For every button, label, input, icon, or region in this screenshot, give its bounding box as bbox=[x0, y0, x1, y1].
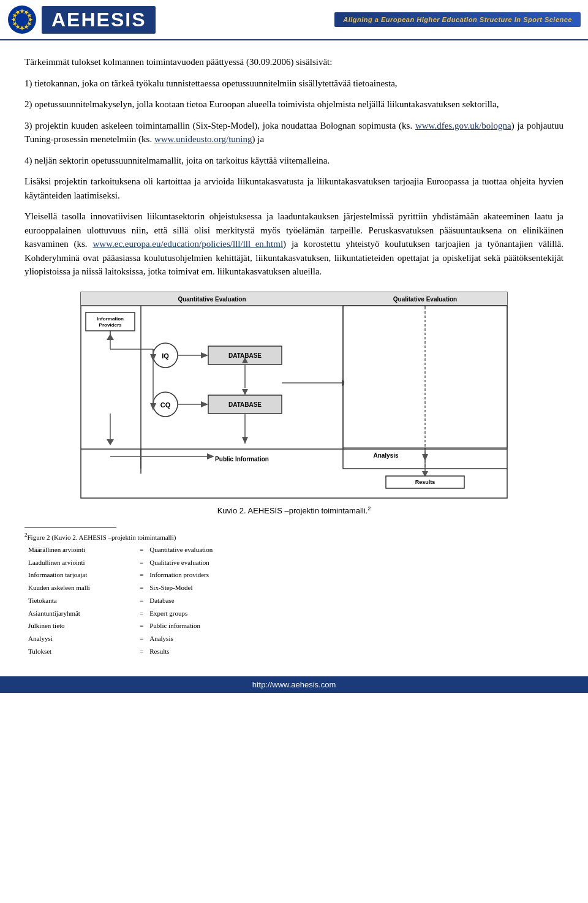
cq-label: CQ bbox=[160, 401, 171, 409]
page-header: AEHESIS Aligning a European Higher Educa… bbox=[0, 0, 588, 40]
list-item4-para: 4) neljän sektorin opetussuunnitelmamall… bbox=[24, 154, 564, 168]
ec-europa-link[interactable]: www.ec.europa.eu/education/policies/lll/… bbox=[92, 239, 283, 249]
results-text: Results bbox=[415, 479, 435, 485]
footnote-finnish: Tulokset bbox=[26, 646, 136, 657]
page-footer: http://www.aehesis.com bbox=[0, 676, 588, 693]
footnote-english: Information providers bbox=[147, 569, 215, 581]
eu-stars-icon bbox=[7, 5, 37, 34]
footnote-separator: = bbox=[137, 557, 146, 569]
intro-paragraph: Tärkeimmät tulokset kolmannen toimintavu… bbox=[24, 55, 564, 69]
diagram-container: Quantitative Evaluation Qualitative Eval… bbox=[24, 291, 564, 515]
footnote-separator: = bbox=[137, 595, 146, 606]
footnote-finnish: Laadullinen arviointi bbox=[26, 557, 136, 569]
footnote-row: Tulokset = Results bbox=[26, 646, 215, 657]
footnote-english: Quantitative evaluation bbox=[147, 544, 215, 556]
qualitative-header: Qualitative Evaluation bbox=[393, 296, 457, 303]
list-item4: neljän sektorin opetussuunnitelmamallit,… bbox=[34, 156, 330, 165]
public-info-text: Public Information bbox=[215, 456, 269, 463]
footnote-english: Results bbox=[147, 646, 215, 657]
para3: Yleisellä tasolla innovatiivisen liikunt… bbox=[24, 210, 564, 279]
dfes-link[interactable]: www.dfes.gov.uk/bologna bbox=[415, 121, 511, 130]
footnote-english: Public information bbox=[147, 620, 215, 632]
footnote-table: Määrällinen arviointi = Quantitative eva… bbox=[24, 543, 216, 658]
list-numbering-3: 3) bbox=[24, 121, 35, 130]
footnote-finnish: Julkinen tieto bbox=[26, 620, 136, 632]
diagram-caption: Kuvio 2. AEHESIS –projektin toimintamall… bbox=[217, 505, 371, 515]
footnote-row: Analyysi = Analysis bbox=[26, 633, 215, 644]
footnote-finnish: Tietokanta bbox=[26, 595, 136, 606]
unideusto-link[interactable]: www.unideusto.org/tuning bbox=[154, 134, 252, 144]
caption-sup: 2 bbox=[368, 505, 371, 512]
footnote-separator: = bbox=[137, 646, 146, 657]
svg-rect-19 bbox=[86, 312, 135, 331]
diagram-svg-area: Quantitative Evaluation Qualitative Eval… bbox=[80, 291, 508, 499]
footnote-row: Julkinen tieto = Public information bbox=[26, 620, 215, 632]
footnote-separator: = bbox=[137, 633, 146, 644]
footnote-separator: = bbox=[137, 569, 146, 581]
info-providers-label2: Providers bbox=[99, 322, 122, 328]
diagram-svg: Quantitative Evaluation Qualitative Eval… bbox=[80, 291, 508, 499]
database2-label: DATABASE bbox=[228, 401, 262, 408]
footnote-english: Six-Step-Model bbox=[147, 582, 215, 594]
footnote-separator: = bbox=[137, 582, 146, 594]
header-tagline: Aligning a European Higher Education Str… bbox=[334, 12, 581, 27]
aehesis-logo: AEHESIS bbox=[42, 6, 156, 34]
footnote-row: Kuuden askeleen malli = Six-Step-Model bbox=[26, 582, 215, 594]
footnote-separator: = bbox=[137, 620, 146, 632]
footnote-row: Määrällinen arviointi = Quantitative eva… bbox=[26, 544, 215, 556]
list-numbering: 1) bbox=[24, 78, 34, 88]
footnote-finnish: Analyysi bbox=[26, 633, 136, 644]
quantitative-header: Quantitative Evaluation bbox=[178, 296, 246, 303]
iq-label: IQ bbox=[162, 352, 169, 360]
list-intro: 1) tietokannan, joka on tärkeä työkalu t… bbox=[24, 77, 564, 91]
list-item1: tietokannan, joka on tärkeä työkalu tunn… bbox=[34, 78, 397, 88]
list-numbering-2: 2) bbox=[24, 99, 34, 109]
footnote-finnish: Informaation tarjoajat bbox=[26, 569, 136, 581]
footnote-english: Analysis bbox=[147, 633, 215, 644]
footnote-english: Database bbox=[147, 595, 215, 606]
footnote-english: Expert groups bbox=[147, 608, 215, 619]
list-item3-para: 3) projektin kuuden askeleen toimintamal… bbox=[24, 119, 564, 146]
footnote-title: Figure 2 (Kuvio 2. AEHESIS –projektin to… bbox=[28, 533, 176, 540]
footnote-row: Informaation tarjoajat = Information pro… bbox=[26, 569, 215, 581]
list-item2-para: 2) opetussuunnitelmakyselyn, jolla koota… bbox=[24, 97, 564, 111]
para2: Lisäksi projektin tarkoituksena oli kart… bbox=[24, 175, 564, 202]
footnote-finnish: Asiantuntijaryhmät bbox=[26, 608, 136, 619]
list-item3-suffix: ) ja bbox=[252, 134, 265, 144]
list-item3-prefix: projektin kuuden askeleen toimintamallin… bbox=[35, 121, 415, 130]
analysis-text: Analysis bbox=[373, 452, 399, 459]
footer-link[interactable]: http://www.aehesis.com bbox=[252, 680, 336, 689]
footnote-row: Laadullinen arviointi = Qualitative eval… bbox=[26, 557, 215, 569]
info-providers-label: Information bbox=[97, 316, 124, 322]
logo-area: AEHESIS bbox=[7, 5, 156, 34]
footnote-english: Qualitative evaluation bbox=[147, 557, 215, 569]
list-item2: opetussuunnitelmakyselyn, jolla kootaan … bbox=[34, 99, 499, 109]
caption-text: Kuvio 2. AEHESIS –projektin toimintamall… bbox=[217, 506, 368, 515]
footnote-separator: = bbox=[137, 544, 146, 556]
footnote-finnish: Määrällinen arviointi bbox=[26, 544, 136, 556]
footnote-finnish: Kuuden askeleen malli bbox=[26, 582, 136, 594]
list-numbering-4: 4) bbox=[24, 156, 34, 165]
footnote-row: Tietokanta = Database bbox=[26, 595, 215, 606]
main-content: Tärkeimmät tulokset kolmannen toimintavu… bbox=[0, 40, 588, 670]
footnote-row: Asiantuntijaryhmät = Expert groups bbox=[26, 608, 215, 619]
footnote-section: 2Figure 2 (Kuvio 2. AEHESIS –projektin t… bbox=[24, 531, 564, 543]
footnote-divider bbox=[24, 527, 116, 528]
footnote-separator: = bbox=[137, 608, 146, 619]
